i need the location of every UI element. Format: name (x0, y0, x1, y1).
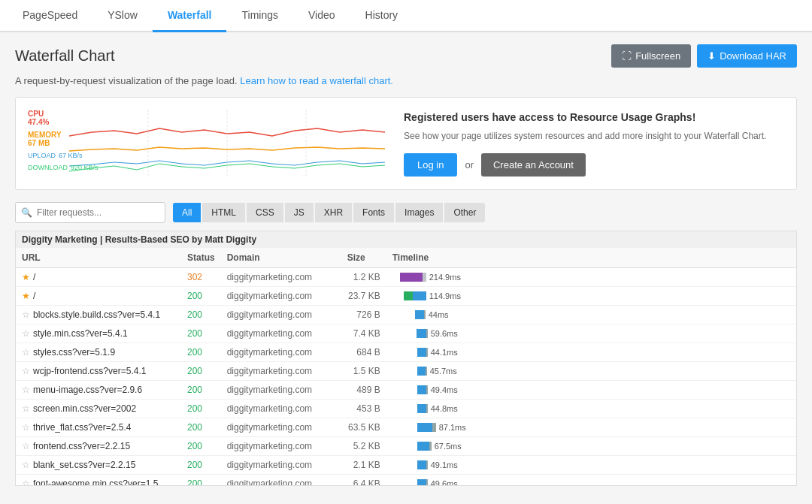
tab-video[interactable]: Video (293, 0, 350, 32)
memory-label: MEMORY 67 MB (28, 131, 98, 147)
table-row[interactable]: ☆wcjp-frontend.css?ver=5.4.1200diggityma… (16, 362, 796, 381)
cell-size: 2.1 KB (341, 456, 386, 475)
table-row[interactable]: ☆style.min.css?ver=5.4.1200diggitymarket… (16, 324, 796, 343)
filter-btn-fonts[interactable]: Fonts (353, 203, 394, 222)
cell-size: 63.5 KB (341, 418, 386, 437)
table-row[interactable]: ★/302diggitymarketing.com1.2 KB214.9ms (16, 268, 796, 287)
cell-domain: diggitymarketing.com (221, 418, 341, 437)
table-row[interactable]: ★/200diggitymarketing.com23.7 KB114.9ms (16, 287, 796, 306)
row-star-icon: ☆ (22, 441, 30, 451)
cell-size: 684 B (341, 343, 386, 362)
table-row[interactable]: ☆frontend.css?ver=2.2.15200diggitymarket… (16, 437, 796, 456)
cell-size: 23.7 KB (341, 287, 386, 306)
cell-status: 200 (181, 343, 221, 362)
col-header-url: URL (16, 248, 181, 268)
cell-size: 1.2 KB (341, 268, 386, 287)
row-star-icon: ☆ (22, 422, 30, 433)
table-row[interactable]: ☆blocks.style.build.css?ver=5.4.1200digg… (16, 306, 796, 324)
cell-status: 200 (181, 456, 221, 475)
fullscreen-button[interactable]: ⛶ Fullscreen (611, 44, 691, 68)
resource-info: Registered users have access to Resource… (404, 111, 784, 177)
cell-domain: diggitymarketing.com (221, 343, 341, 362)
download-har-label: Download HAR (720, 50, 786, 62)
tab-waterfall[interactable]: Waterfall (153, 0, 227, 32)
cell-url: ☆blank_set.css?ver=2.2.15 (16, 456, 181, 475)
cell-timeline: 59.6ms (386, 324, 796, 343)
timing-label: 67.5ms (435, 442, 462, 451)
cell-domain: diggitymarketing.com (221, 381, 341, 400)
tab-timings[interactable]: Timings (226, 0, 293, 32)
cell-timeline: 44.8ms (386, 400, 796, 418)
timing-label: 49.4ms (431, 385, 458, 394)
cell-domain: diggitymarketing.com (221, 287, 341, 306)
row-star-icon: ★ (22, 272, 30, 282)
cell-url: ☆style.min.css?ver=5.4.1 (16, 324, 181, 343)
row-star-icon: ☆ (22, 478, 30, 486)
row-star-icon: ☆ (22, 385, 30, 395)
upload-label: UPLOAD 67 KB/s (28, 152, 98, 159)
page-header: Waterfall Chart ⛶ Fullscreen ⬇ Download … (15, 44, 797, 68)
cell-size: 5.2 KB (341, 437, 386, 456)
cell-url: ★/ (16, 268, 181, 287)
table-row[interactable]: ☆screen.min.css?ver=2002200diggitymarket… (16, 400, 796, 418)
resource-info-text: See how your page utilizes system resour… (404, 129, 784, 143)
download-har-button[interactable]: ⬇ Download HAR (697, 44, 797, 68)
cell-status: 302 (181, 268, 221, 287)
timing-label: 59.6ms (431, 329, 458, 338)
table-row[interactable]: ☆font-awesome.min.css?ver=1.5200diggitym… (16, 475, 796, 487)
cell-url: ★/ (16, 287, 181, 306)
cell-timeline: 87.1ms (386, 418, 796, 437)
timing-label: 214.9ms (429, 273, 461, 282)
filter-btn-js[interactable]: JS (285, 203, 314, 222)
tab-pagespeed[interactable]: PageSpeed (8, 0, 92, 32)
filter-btn-other[interactable]: Other (444, 203, 485, 222)
filter-input-wrapper: 🔍 (15, 202, 165, 223)
tab-yslow[interactable]: YSlow (92, 0, 153, 32)
cell-size: 7.4 KB (341, 324, 386, 343)
filter-input[interactable] (15, 202, 165, 223)
row-star-icon: ☆ (22, 309, 30, 320)
cell-status: 200 (181, 362, 221, 381)
table-header-row: URL Status Domain Size Timeline (16, 248, 796, 268)
tab-history[interactable]: History (350, 0, 414, 32)
filter-btn-html[interactable]: HTML (202, 203, 245, 222)
filter-btn-all[interactable]: All (173, 203, 201, 222)
cell-size: 1.5 KB (341, 362, 386, 381)
filter-btn-xhr[interactable]: XHR (315, 203, 352, 222)
row-star-icon: ☆ (22, 328, 30, 339)
cell-timeline: 44.1ms (386, 343, 796, 362)
or-text: or (465, 159, 474, 171)
filter-btn-images[interactable]: Images (395, 203, 443, 222)
table-row[interactable]: ☆thrive_flat.css?ver=2.5.4200diggitymark… (16, 418, 796, 437)
row-star-icon: ☆ (22, 366, 30, 376)
cell-size: 726 B (341, 306, 386, 324)
cell-url: ☆thrive_flat.css?ver=2.5.4 (16, 418, 181, 437)
cell-timeline: 45.7ms (386, 362, 796, 381)
cell-url: ☆menu-image.css?ver=2.9.6 (16, 381, 181, 400)
table-row[interactable]: ☆styles.css?ver=5.1.9200diggitymarketing… (16, 343, 796, 362)
cell-timeline: 114.9ms (386, 287, 796, 306)
tab-bar: PageSpeedYSlowWaterfallTimingsVideoHisto… (0, 0, 812, 32)
fullscreen-icon: ⛶ (622, 50, 632, 62)
cell-domain: diggitymarketing.com (221, 437, 341, 456)
row-star-icon: ☆ (22, 347, 30, 358)
filter-btn-css[interactable]: CSS (247, 203, 283, 222)
subtitle: A request-by-request visualization of th… (15, 75, 797, 86)
table-row[interactable]: ☆menu-image.css?ver=2.9.6200diggitymarke… (16, 381, 796, 400)
cell-url: ☆styles.css?ver=5.1.9 (16, 343, 181, 362)
cell-domain: diggitymarketing.com (221, 268, 341, 287)
cell-timeline: 214.9ms (386, 268, 796, 287)
login-button[interactable]: Log in (404, 153, 457, 177)
cpu-label: CPU 47.4% (28, 110, 98, 126)
waterfall-table: URL Status Domain Size Timeline ★/302dig… (16, 248, 796, 486)
waterfall-help-link[interactable]: Learn how to read a waterfall chart. (240, 75, 393, 86)
waterfall-table-wrapper[interactable]: Diggity Marketing | Results-Based SEO by… (15, 231, 797, 486)
row-star-icon: ☆ (22, 403, 30, 414)
graph-area: CPU 47.4% MEMORY 67 MB UPLOAD 67 KB/s DO… (28, 110, 389, 177)
create-account-button[interactable]: Create an Account (481, 153, 586, 177)
table-row[interactable]: ☆blank_set.css?ver=2.2.15200diggitymarke… (16, 456, 796, 475)
cell-timeline: 49.6ms (386, 475, 796, 487)
subtitle-text: A request-by-request visualization of th… (15, 75, 238, 86)
cell-status: 200 (181, 287, 221, 306)
cell-domain: diggitymarketing.com (221, 306, 341, 324)
